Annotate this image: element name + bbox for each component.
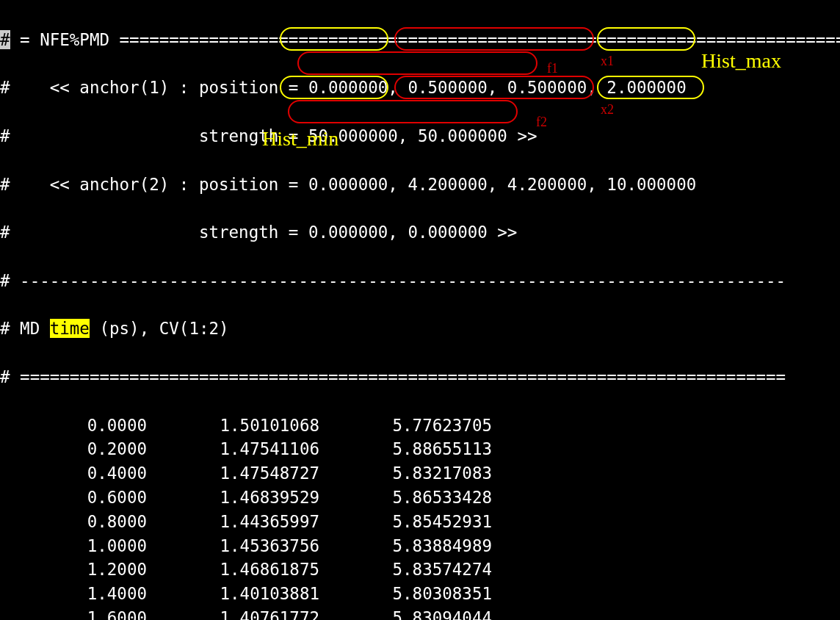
anchor2-pre: << anchor(2) : position = (10, 175, 299, 194)
cv1-cell: 1.44365997 (147, 510, 319, 534)
double-bar: ========================================… (10, 367, 786, 386)
label-hist-max: Hist_max (701, 49, 781, 73)
hash-prefix: # (0, 319, 10, 338)
cv1-cell: 1.40761772 (147, 606, 319, 620)
data-table: 0.00001.501010685.776237050.20001.475411… (0, 414, 840, 620)
time-cell: 0.6000 (0, 486, 147, 510)
anchor1-line: # << anchor(1) : position = 0.000000, 0.… (0, 76, 840, 100)
cv2-cell: 5.83217083 (319, 461, 492, 486)
anchor1-histmax: 2.000000 (597, 78, 687, 97)
hash-prefix: # (0, 126, 10, 145)
strength2-vals: 0.000000, 0.000000 >> (298, 223, 517, 242)
table-row: 1.40001.401038815.80308351 (0, 582, 840, 606)
cv2-cell: 5.83574274 (319, 558, 492, 582)
table-row: 0.60001.468395295.86533428 (0, 486, 840, 510)
cv2-cell: 5.86533428 (319, 486, 492, 510)
cv1-cell: 1.47541106 (147, 437, 319, 461)
time-cell: 0.8000 (0, 510, 147, 534)
label-x1: x1 (601, 49, 614, 73)
md-post: (ps), CV(1:2) (90, 319, 229, 338)
terminal-output: # = NFE%PMD ============================… (0, 0, 840, 620)
md-pre: MD (10, 319, 50, 338)
cv2-cell: 5.80308351 (319, 582, 492, 606)
label-hist-min: Hist_min (262, 127, 338, 151)
hash-prefix: # (0, 367, 10, 386)
label-f1: f1 (547, 57, 558, 81)
double-bar-line: # ======================================… (0, 365, 840, 389)
table-row: 0.20001.475411065.88655113 (0, 437, 840, 461)
cv2-cell: 5.83884989 (319, 534, 492, 558)
strength1-pre: strength = (10, 126, 299, 145)
dash-bar: ----------------------------------------… (10, 271, 786, 290)
md-header-line: # MD time (ps), CV(1:2) (0, 317, 840, 341)
anchor1-mid: 0.500000, 0.500000, (398, 78, 597, 97)
time-cell: 1.6000 (0, 606, 147, 620)
anchor2-line: # << anchor(2) : position = 0.000000, 4.… (0, 173, 840, 197)
table-row: 1.20001.468618755.83574274 (0, 558, 840, 582)
header-title: NFE%PMD (40, 30, 109, 49)
divider-line: # --------------------------------------… (0, 269, 840, 293)
header-eq: = (10, 30, 30, 49)
anchor2-histmin: 0.000000, (298, 175, 397, 194)
hash-prefix: # (0, 175, 10, 194)
cv1-cell: 1.50101068 (147, 414, 319, 438)
cv1-cell: 1.47548727 (147, 461, 319, 486)
label-f2: f2 (536, 110, 547, 134)
label-x2: x2 (601, 98, 614, 122)
anchor2-mid: 4.200000, 4.200000, (398, 175, 597, 194)
hash-prefix: # (0, 271, 10, 290)
strength1-line: # strength = 50.000000, 50.000000 >> (0, 124, 840, 148)
time-cell: 0.0000 (0, 414, 147, 438)
header-bar: ========================================… (109, 30, 840, 49)
table-row: 0.00001.501010685.77623705 (0, 414, 840, 438)
cv2-cell: 5.83094044 (319, 606, 492, 620)
hash-prefix: # (0, 78, 10, 97)
cv1-cell: 1.46839529 (147, 486, 319, 510)
cv2-cell: 5.88655113 (319, 437, 492, 461)
time-cell: 1.4000 (0, 582, 147, 606)
time-cell: 0.2000 (0, 437, 147, 461)
cv1-cell: 1.45363756 (147, 534, 319, 558)
table-row: 0.80001.443659975.85452931 (0, 510, 840, 534)
time-cell: 1.2000 (0, 558, 147, 582)
cv1-cell: 1.46861875 (147, 558, 319, 582)
cv2-cell: 5.77623705 (319, 414, 492, 438)
hash-prefix: # (0, 223, 10, 242)
time-cell: 1.0000 (0, 534, 147, 558)
table-row: 0.40001.475487275.83217083 (0, 461, 840, 486)
cursor: # (0, 30, 10, 49)
anchor2-histmax: 10.000000 (597, 175, 696, 194)
strength2-line: # strength = 0.000000, 0.000000 >> (0, 220, 840, 245)
table-row: 1.60001.407617725.83094044 (0, 606, 840, 620)
anchor1-histmin: 0.000000, (298, 78, 397, 97)
anchor1-pre: << anchor(1) : position = (10, 78, 299, 97)
strength2-pre: strength = (10, 223, 299, 242)
header-line: # = NFE%PMD ============================… (0, 28, 840, 52)
cv1-cell: 1.40103881 (147, 582, 319, 606)
table-row: 1.00001.453637565.83884989 (0, 534, 840, 558)
cv2-cell: 5.85452931 (319, 510, 492, 534)
md-highlight-time: time (50, 319, 90, 338)
time-cell: 0.4000 (0, 461, 147, 486)
